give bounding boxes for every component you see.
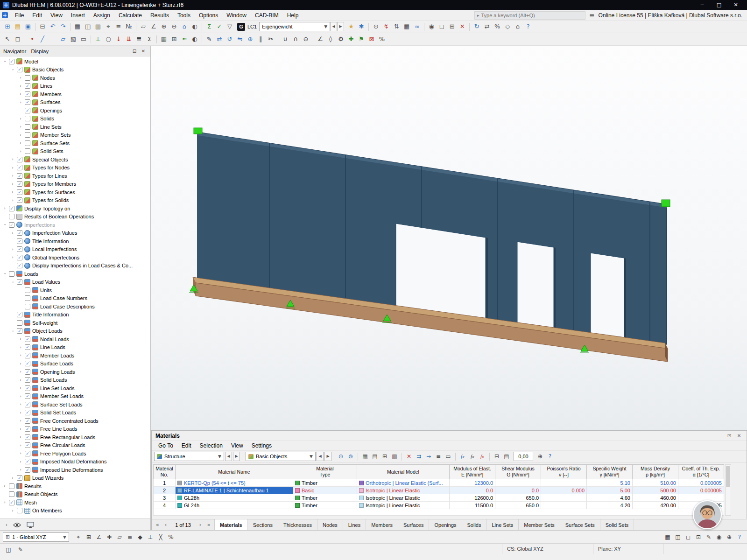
- calculate-icon[interactable]: Σ: [204, 21, 214, 32]
- maximize-button[interactable]: □: [711, 0, 727, 10]
- material-e-cell[interactable]: 0.0: [450, 487, 495, 494]
- materials-menu-selection[interactable]: Selection: [196, 442, 227, 449]
- collapse-arrow-icon[interactable]: ›: [11, 67, 15, 72]
- tree-item-object-loads[interactable]: ›✓Object Loads: [0, 327, 150, 336]
- tree-item-imperfections[interactable]: ›✓Imperfections: [0, 221, 150, 229]
- visibility-checkbox[interactable]: ✓: [25, 83, 30, 89]
- table-tab-member-sets[interactable]: Member Sets: [519, 519, 560, 530]
- expand-arrow-icon[interactable]: ›: [18, 117, 23, 121]
- column-header-coeff-of-th-exp[interactable]: Coeff. of Th. Exp.α [1/°C]: [678, 464, 724, 479]
- export-table-icon[interactable]: →: [424, 452, 433, 461]
- sync-selection-icon[interactable]: ⊙: [336, 452, 345, 461]
- tree-item-special-objects[interactable]: ›✓Special Objects: [0, 155, 150, 164]
- edit-formula-icon[interactable]: fx: [468, 452, 477, 461]
- visibility-checkbox[interactable]: ✓: [9, 500, 14, 505]
- midpoint-snap-icon[interactable]: ◆: [135, 532, 145, 542]
- materials-menu-edit[interactable]: Edit: [177, 442, 196, 449]
- visibility-checkbox[interactable]: ✓: [25, 377, 30, 383]
- settings-icon[interactable]: ⚙: [336, 34, 346, 44]
- tree-item-basic-objects[interactable]: ›✓Basic Objects: [0, 66, 150, 74]
- union-icon[interactable]: ∪: [280, 34, 290, 44]
- sort-icon[interactable]: ⇅: [391, 21, 402, 32]
- visibility-checkbox[interactable]: ✓: [17, 246, 22, 252]
- navigator-icon[interactable]: ◫: [83, 21, 93, 32]
- visibility-checkbox[interactable]: ✓: [25, 418, 30, 424]
- dimensions-icon[interactable]: ∠: [315, 34, 325, 44]
- tree-item-solids[interactable]: ›Solids: [0, 115, 150, 123]
- user-avatar[interactable]: [693, 500, 722, 529]
- tree-item-line-loads[interactable]: ›✓Line Loads: [0, 343, 150, 352]
- insert-line-icon[interactable]: ╱: [37, 34, 48, 44]
- load-combinations-icon[interactable]: ✱: [356, 21, 366, 32]
- material-alpha-cell[interactable]: 0.000005: [678, 479, 724, 487]
- material-no-cell[interactable]: 1: [153, 479, 176, 487]
- edit-mode-icon[interactable]: ✎: [704, 532, 713, 542]
- material-row-1[interactable]: 1KERTO-Qp (54 <= t <= 75)TimberOrthotrop…: [153, 479, 724, 487]
- structure-next-button[interactable]: ▶: [233, 452, 240, 461]
- move-copy-icon[interactable]: ⇄: [214, 34, 225, 44]
- tree-item-opening-loads[interactable]: ›✓Opening Loads: [0, 368, 150, 376]
- select-in-graphic-icon[interactable]: ⊚: [346, 452, 355, 461]
- insert-line-load-icon[interactable]: ⇊: [124, 34, 134, 44]
- ortho-mode-icon[interactable]: ∠: [94, 532, 104, 542]
- snap-points-icon[interactable]: ⌖: [74, 532, 83, 542]
- visibility-checkbox[interactable]: ✓: [25, 434, 30, 440]
- tables-icon[interactable]: ▦: [72, 21, 83, 32]
- menu-cad-bim[interactable]: CAD-BIM: [251, 10, 283, 21]
- material-name-cell[interactable]: RF-LAMINATE 1 | Schichtenaufbau 1: [176, 487, 293, 494]
- material-nu-cell[interactable]: [541, 479, 587, 487]
- insert-nodal-load-icon[interactable]: ↓: [113, 34, 124, 44]
- material-name-cell[interactable]: GL28h: [176, 494, 293, 502]
- collapse-arrow-icon[interactable]: ›: [3, 222, 7, 228]
- tree-item-nodal-loads[interactable]: ›✓Nodal Loads: [0, 335, 150, 343]
- minimize-button[interactable]: ─: [694, 0, 711, 10]
- column-header-specific-weight[interactable]: Specific Weightγ [kN/m³]: [587, 464, 633, 479]
- insert-member-icon[interactable]: ─: [48, 34, 58, 44]
- material-no-cell[interactable]: 3: [153, 494, 176, 502]
- material-type-cell[interactable]: Timber: [293, 494, 357, 502]
- expand-arrow-icon[interactable]: ›: [2, 206, 7, 210]
- visibility-checkbox[interactable]: ✓: [17, 67, 22, 72]
- visibility-checkbox[interactable]: ✓: [17, 279, 22, 285]
- intersection-snap-icon[interactable]: ╳: [156, 532, 165, 542]
- tree-item-imperfection-values[interactable]: ›✓Imperfection Values: [0, 229, 150, 238]
- tree-item-types-for-nodes[interactable]: ›✓Types for Nodes: [0, 164, 150, 172]
- expand-arrow-icon[interactable]: ›: [18, 460, 23, 464]
- report-icon[interactable]: ▤: [502, 452, 511, 461]
- 3d-viewport[interactable]: [151, 46, 747, 430]
- tree-item-results-of-boolean-operations[interactable]: Results of Boolean Operations: [0, 213, 150, 221]
- new-model-icon[interactable]: ⊞: [2, 21, 13, 32]
- material-gamma-cell[interactable]: 4.20: [587, 502, 633, 509]
- sections-icon[interactable]: ◊: [325, 34, 336, 44]
- tree-item-surfaces[interactable]: ›✓Surfaces: [0, 98, 150, 107]
- expand-arrow-icon[interactable]: ›: [18, 378, 23, 382]
- check-model-icon[interactable]: ✓: [214, 21, 225, 32]
- tree-item-solid-sets[interactable]: ›Solid Sets: [0, 147, 150, 156]
- visibility-checkbox[interactable]: ✓: [25, 344, 30, 350]
- tree-item-types-for-surfaces[interactable]: ›✓Types for Surfaces: [0, 188, 150, 196]
- percentage-icon[interactable]: %: [492, 21, 502, 32]
- visibility-checkbox[interactable]: ✓: [17, 312, 22, 317]
- copy-icon[interactable]: ⊕: [245, 34, 255, 44]
- expand-arrow-icon[interactable]: ›: [10, 166, 15, 170]
- expand-panel-icon[interactable]: ›: [6, 522, 7, 527]
- visibility-checkbox[interactable]: [25, 124, 30, 130]
- tree-item-mesh[interactable]: ›✓Mesh: [0, 498, 150, 507]
- tree-item-load-wizards[interactable]: ›✓Load Wizards: [0, 474, 150, 483]
- material-nu-cell[interactable]: 0.000: [541, 487, 587, 494]
- tree-item-display-imperfections-in-load-cases-co[interactable]: ✓Display Imperfections in Load Cases & C…: [0, 262, 150, 270]
- expand-arrow-icon[interactable]: ›: [18, 149, 23, 154]
- menu-tools[interactable]: Tools: [173, 10, 195, 21]
- divide-icon[interactable]: ∥: [255, 34, 266, 44]
- expand-arrow-icon[interactable]: ›: [18, 125, 23, 129]
- annotation-icon[interactable]: ✎: [16, 545, 25, 554]
- delete-results-icon[interactable]: ✕: [457, 21, 467, 32]
- numbering-icon[interactable]: №: [124, 21, 134, 32]
- table-tab-openings[interactable]: Openings: [429, 519, 462, 530]
- material-type-cell[interactable]: Basic: [293, 487, 357, 494]
- work-plane-status-icon[interactable]: ▱: [115, 532, 124, 542]
- tree-item-free-polygon-loads[interactable]: ›✓Free Polygon Loads: [0, 449, 150, 458]
- visibility-checkbox[interactable]: ✓: [17, 238, 22, 244]
- visibility-checkbox[interactable]: ✓: [17, 328, 22, 334]
- expand-arrow-icon[interactable]: ›: [18, 468, 23, 472]
